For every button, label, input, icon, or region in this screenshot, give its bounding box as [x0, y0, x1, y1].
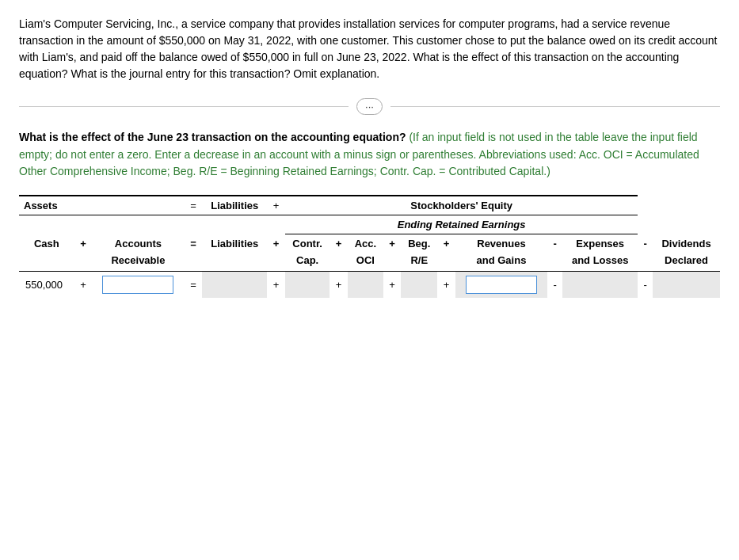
accounts-col-header: Accounts	[92, 234, 185, 253]
divider-right	[390, 106, 720, 107]
accounts-receivable-input[interactable]	[102, 276, 173, 294]
minus-col-2: -	[638, 234, 653, 253]
oci-col-sub: OCI	[348, 253, 383, 272]
plus-col-3: +	[330, 234, 347, 253]
dividends-col-header: Dividends	[653, 234, 720, 253]
liabilities-col-header: Liabilities	[202, 234, 267, 253]
minus-col-sub-1	[547, 253, 562, 272]
revenues-input-cell[interactable]	[455, 272, 548, 299]
minus-operator-1: -	[547, 272, 562, 299]
plus-operator-2: +	[267, 272, 284, 299]
table-data-row: 550,000 + = + + + + - -	[19, 272, 720, 299]
plus-header-1: +	[267, 196, 284, 215]
plus-operator-4: +	[383, 272, 401, 299]
liabilities-header: Liabilities	[202, 196, 267, 215]
receivable-col-sub: Receivable	[92, 253, 185, 272]
accounting-equation-table: Assets = Liabilities + Stockholders' Equ…	[19, 195, 720, 298]
plus-col-sub-4	[383, 253, 401, 272]
and-losses-col-sub: and Losses	[562, 253, 638, 272]
intro-paragraph: Liam's Computer Servicing, Inc., a servi…	[19, 16, 720, 82]
plus-col-sub-1	[74, 253, 92, 272]
question-bold-text: What is the effect of the June 23 transa…	[19, 131, 406, 143]
stockholders-equity-header: Stockholders' Equity	[285, 196, 638, 215]
plus-col-sub-5	[437, 253, 455, 272]
table-header-row-2: Ending Retained Earnings	[19, 215, 720, 234]
plus-operator-1: +	[74, 272, 92, 299]
re-col-sub: R/E	[401, 253, 437, 272]
expenses-col-header: Expenses	[562, 234, 638, 253]
and-gains-col-sub: and Gains	[455, 253, 548, 272]
plus-col-1: +	[74, 234, 92, 253]
cap-col-sub: Cap.	[285, 253, 330, 272]
divider-section: ···	[19, 98, 720, 115]
assets-header: Assets	[19, 196, 185, 215]
acc-oci-cell	[348, 272, 383, 299]
liabilities-value-cell	[202, 272, 267, 299]
equals-col: =	[185, 234, 202, 253]
contr-cap-cell	[285, 272, 330, 299]
declared-col-sub: Declared	[653, 253, 720, 272]
beg-re-cell	[401, 272, 437, 299]
revenues-gains-input[interactable]	[466, 276, 537, 294]
liabilities-col-sub	[202, 253, 267, 272]
expenses-value-cell	[562, 272, 638, 299]
divider-left	[19, 106, 349, 107]
ending-re-header: Ending Retained Earnings	[285, 215, 638, 234]
minus-operator-2: -	[638, 272, 653, 299]
empty-header-left	[19, 215, 285, 234]
plus-col-sub-2	[267, 253, 284, 272]
dividends-value-cell	[653, 272, 720, 299]
contr-col-header: Contr.	[285, 234, 330, 253]
table-header-row-1: Assets = Liabilities + Stockholders' Equ…	[19, 196, 720, 215]
plus-col-4: +	[383, 234, 401, 253]
table-header-row-4: Receivable Cap. OCI R/E and Gains and Lo…	[19, 253, 720, 272]
plus-col-sub-3	[330, 253, 347, 272]
cash-col-header: Cash	[19, 234, 74, 253]
plus-operator-3: +	[330, 272, 347, 299]
equals-header: =	[185, 196, 202, 215]
accounts-input-cell[interactable]	[92, 272, 185, 299]
plus-operator-5: +	[437, 272, 455, 299]
cash-value-cell: 550,000	[19, 272, 74, 299]
table-header-row-3: Cash + Accounts = Liabilities + Contr. +…	[19, 234, 720, 253]
plus-col-2: +	[267, 234, 284, 253]
question-paragraph: What is the effect of the June 23 transa…	[19, 129, 720, 181]
equals-col-sub	[185, 253, 202, 272]
cash-col-sub	[19, 253, 74, 272]
divider-button[interactable]: ···	[356, 98, 383, 115]
equals-operator: =	[185, 272, 202, 299]
beg-col-header: Beg.	[401, 234, 437, 253]
minus-col-1: -	[547, 234, 562, 253]
acc-col-header: Acc.	[348, 234, 383, 253]
revenues-col-header: Revenues	[455, 234, 548, 253]
minus-col-sub-2	[638, 253, 653, 272]
plus-col-5: +	[437, 234, 455, 253]
